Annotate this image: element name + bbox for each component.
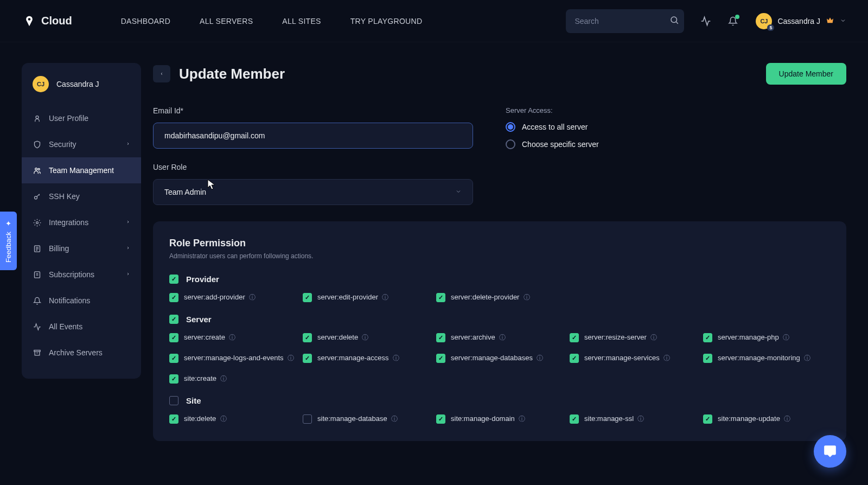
checkbox[interactable]: [169, 275, 178, 284]
info-icon[interactable]: ⓘ: [521, 293, 529, 301]
info-icon[interactable]: ⓘ: [649, 334, 657, 341]
notifications-icon[interactable]: [727, 16, 738, 27]
billing-icon: [33, 244, 41, 253]
checkbox[interactable]: [169, 374, 178, 384]
checkbox[interactable]: [169, 414, 178, 424]
perm-group-provider[interactable]: Provider: [169, 274, 830, 284]
perm-server-manage-services[interactable]: server:manage-services ⓘ: [570, 353, 697, 363]
checkbox[interactable]: [169, 333, 178, 342]
back-button[interactable]: [153, 65, 170, 82]
sidebar-item-user-profile[interactable]: User Profile: [22, 105, 141, 131]
checkbox[interactable]: [570, 414, 579, 424]
sidebar-item-archive-servers[interactable]: Archive Servers: [22, 340, 141, 366]
perm-server-manage-logs-and-events[interactable]: server:manage-logs-and-events ⓘ: [169, 353, 296, 363]
chat-button[interactable]: [814, 435, 846, 468]
sidebar-item-billing[interactable]: Billing: [22, 235, 141, 261]
email-field[interactable]: [153, 123, 473, 149]
brand-logo[interactable]: Cloud: [22, 14, 72, 29]
checkbox[interactable]: [303, 354, 312, 363]
info-icon[interactable]: ⓘ: [247, 293, 256, 301]
sidebar-item-notifications[interactable]: Notifications: [22, 288, 141, 314]
radio-access-to-all-server[interactable]: Access to all server: [506, 122, 846, 132]
feedback-tab[interactable]: Feedback ✦: [0, 212, 17, 270]
perm-server-delete-provider[interactable]: server:delete-provider ⓘ: [436, 292, 563, 302]
perm-server-edit-provider[interactable]: server:edit-provider ⓘ: [303, 292, 430, 302]
checkbox[interactable]: [303, 293, 312, 302]
checkbox[interactable]: [570, 333, 579, 342]
checkbox[interactable]: [436, 333, 445, 342]
info-icon[interactable]: ⓘ: [636, 415, 644, 423]
info-icon[interactable]: ⓘ: [218, 415, 226, 423]
nav-all-servers[interactable]: ALL SERVERS: [200, 17, 253, 25]
checkbox[interactable]: [303, 414, 312, 424]
perm-server-archive[interactable]: server:archive ⓘ: [436, 333, 563, 342]
perm-site-manage-update[interactable]: site:manage-update ⓘ: [703, 414, 830, 424]
info-icon[interactable]: ⓘ: [517, 415, 525, 423]
checkbox[interactable]: [703, 414, 712, 424]
sidebar-profile[interactable]: CJ Cassandra J: [22, 76, 141, 105]
info-icon[interactable]: ⓘ: [802, 354, 810, 362]
perm-server-delete[interactable]: server:delete ⓘ: [303, 333, 430, 342]
checkbox[interactable]: [436, 293, 445, 302]
chevron-right-icon: [126, 219, 130, 226]
info-icon[interactable]: ⓘ: [497, 334, 506, 341]
role-select[interactable]: Team Admin: [153, 179, 473, 205]
sidebar-item-label: User Profile: [49, 114, 88, 123]
sidebar-item-ssh-key[interactable]: SSH Key: [22, 183, 141, 209]
perm-server-add-provider[interactable]: server:add-provider ⓘ: [169, 292, 296, 302]
perm-server-manage-databases[interactable]: server:manage-databases ⓘ: [436, 353, 563, 363]
checkbox[interactable]: [169, 396, 178, 405]
nav-dashboard[interactable]: DASHBOARD: [121, 17, 170, 25]
perm-server-manage-access[interactable]: server:manage-access ⓘ: [303, 353, 430, 363]
sidebar-avatar: CJ: [33, 76, 49, 92]
perm-server-resize-server[interactable]: server:resize-server ⓘ: [570, 333, 697, 342]
perm-site-manage-database[interactable]: site:manage-database ⓘ: [303, 414, 430, 424]
sidebar-item-all-events[interactable]: All Events: [22, 314, 141, 340]
checkbox[interactable]: [436, 414, 445, 424]
brand-name: Cloud: [41, 15, 72, 27]
update-member-button[interactable]: Update Member: [766, 63, 846, 85]
info-icon[interactable]: ⓘ: [535, 354, 543, 362]
feedback-label: Feedback: [4, 232, 12, 263]
info-icon[interactable]: ⓘ: [219, 375, 227, 382]
sidebar-item-team-management[interactable]: Team Management: [22, 157, 141, 183]
info-icon[interactable]: ⓘ: [227, 334, 235, 341]
perm-site-manage-ssl[interactable]: site:manage-ssl ⓘ: [570, 414, 697, 424]
checkbox[interactable]: [703, 354, 712, 363]
sidebar-item-subscriptions[interactable]: Subscriptions: [22, 261, 141, 288]
info-icon[interactable]: ⓘ: [782, 415, 790, 423]
sidebar-item-security[interactable]: Security: [22, 131, 141, 157]
avatar-initials: CJ: [760, 18, 768, 24]
user-menu[interactable]: CJ 5 Cassandra J: [756, 13, 846, 29]
info-icon[interactable]: ⓘ: [781, 334, 789, 341]
perm-group-site[interactable]: Site: [169, 395, 830, 405]
nav-try-playground[interactable]: TRY PLAYGROUND: [350, 17, 423, 25]
checkbox[interactable]: [169, 315, 178, 324]
checkbox[interactable]: [169, 354, 178, 363]
info-icon[interactable]: ⓘ: [391, 354, 399, 362]
info-icon[interactable]: ⓘ: [286, 354, 294, 362]
perm-site-delete[interactable]: site:delete ⓘ: [169, 414, 296, 424]
checkbox[interactable]: [703, 333, 712, 342]
header: Cloud DASHBOARD ALL SERVERS ALL SITES TR…: [0, 0, 868, 42]
sidebar-item-integrations[interactable]: Integrations: [22, 209, 141, 235]
info-icon[interactable]: ⓘ: [390, 415, 398, 423]
checkbox[interactable]: [436, 354, 445, 363]
perm-server-manage-monitoring[interactable]: server:manage-monitoring ⓘ: [703, 353, 830, 363]
info-icon[interactable]: ⓘ: [380, 293, 388, 301]
nav-all-sites[interactable]: ALL SITES: [282, 17, 321, 25]
info-icon[interactable]: ⓘ: [360, 334, 368, 341]
info-icon[interactable]: ⓘ: [662, 354, 670, 362]
activity-icon[interactable]: [700, 16, 711, 27]
checkbox[interactable]: [169, 293, 178, 302]
checkbox[interactable]: [303, 333, 312, 342]
radio-choose-specific-server[interactable]: Choose specific server: [506, 139, 846, 149]
perm-server-manage-php[interactable]: server:manage-php ⓘ: [703, 333, 830, 342]
checkbox[interactable]: [570, 354, 579, 363]
search-input[interactable]: [575, 17, 669, 25]
perm-site-create[interactable]: site:create ⓘ: [169, 374, 296, 384]
search-box[interactable]: [566, 9, 684, 33]
perm-group-server[interactable]: Server: [169, 314, 830, 324]
perm-site-manage-domain[interactable]: site:manage-domain ⓘ: [436, 414, 563, 424]
perm-server-create[interactable]: server:create ⓘ: [169, 333, 296, 342]
